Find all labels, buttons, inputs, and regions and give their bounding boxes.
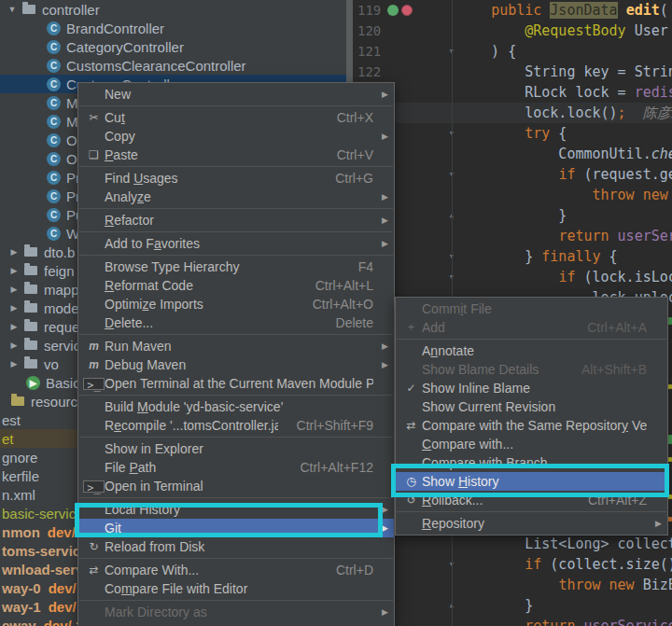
chevron-down-icon[interactable]: ▼ [6,5,19,14]
menu-item-show-in-explorer[interactable]: Show in Explorer [78,439,394,458]
terminal-icon: >_ [83,480,105,493]
code-line[interactable]: throw new BizExce [353,575,672,595]
menu-item-show-blame-details[interactable]: Show Blame DetailsAlt+Shift+B [396,360,667,379]
tree-row[interactable]: CCustomsClearanceController [0,56,393,75]
folder-icon [24,359,37,369]
menu-item-delete[interactable]: Delete...Delete [78,313,394,332]
submenu-arrow-icon: ▶ [378,607,388,617]
scrollbar-error-stripe[interactable] [668,435,672,444]
menu-item-file-path[interactable]: File PathCtrl+Alt+F12 [78,458,394,477]
code-line[interactable]: 121▾ ) { [353,41,672,62]
menu-item-compare-with[interactable]: ⇄Compare With...Ctrl+D [78,561,394,579]
menu-item-debug-maven[interactable]: mDebug Maven▶ [78,355,394,374]
chevron-right-icon[interactable]: ▶ [7,359,21,369]
menu-item-copy[interactable]: Copy▶ [78,127,394,146]
code-line[interactable]: CommonUtil.checkP [353,144,672,164]
code-text: } [457,595,533,616]
chevron-right-icon[interactable]: ▶ [7,341,21,350]
submenu-arrow-icon: ▶ [378,192,388,202]
code-line[interactable]: throw new Biz [353,185,672,205]
code-line[interactable]: ▴ } [353,595,672,616]
code-text: public JsonData edit( [457,0,668,21]
chevron-right-icon[interactable]: ▶ [7,322,21,331]
code-text: throw new Biz [457,185,672,205]
menu-item-build-module-yd-basic-service[interactable]: Build Module 'yd-basic-service' [78,397,394,416]
menu-item-mark-directory-as[interactable]: Mark Directory as▶ [78,603,394,621]
menu-item-show-current-revision[interactable]: Show Current Revision [396,397,667,416]
tree-item-label: gnore [2,450,37,466]
folder-icon [24,303,37,313]
tree-item-label: feign [44,263,75,279]
menu-item-add-to-favorites[interactable]: Add to Favorites▶ [78,234,394,253]
menu-item-annotate[interactable]: Annotate [396,341,667,360]
menu-item-analyze[interactable]: Analyze▶ [78,188,394,206]
menu-item-label: Cut [105,110,318,125]
menu-item-open-in-terminal[interactable]: >_Open in Terminal [78,477,394,495]
menu-separator [79,105,393,106]
menu-item-label: Annotate [422,343,647,358]
code-line[interactable]: 119 public JsonData edit( [353,0,672,21]
code-line[interactable]: ▾ if (collect.size() > [353,554,672,575]
menu-item-reformat-code[interactable]: Reformat CodeCtrl+Alt+L [78,276,394,295]
scrollbar-error-stripe[interactable] [668,317,672,325]
code-line[interactable]: ▾ if (lock.isLocked [353,267,672,287]
menu-item-show-inline-blame[interactable]: ✓Show Inline Blame [396,379,667,397]
menu-item-recompile-tomscontroller-java[interactable]: Recompile '...tomsController.java'Ctrl+S… [78,416,394,435]
scrollbar-error-stripe[interactable] [668,384,672,389]
chevron-right-icon[interactable]: ▶ [7,303,21,313]
git-submenu: Commit File+AddCtrl+Alt+AAnnotateShow Bl… [395,297,668,536]
code-line[interactable]: ▴ } [353,205,672,226]
scrollbar-error-stripe[interactable] [668,457,672,462]
menu-item-compare-file-with-editor[interactable]: Compare File with Editor [78,579,394,598]
code-line[interactable]: ▾ } finally { [353,246,672,267]
code-text: return userServic [457,226,672,246]
chevron-right-icon[interactable]: ▶ [7,266,21,275]
menu-item-add[interactable]: +AddCtrl+Alt+A [396,318,667,337]
runnable-class-icon: ▶ [26,376,40,390]
class-icon: C [47,21,61,35]
tree-item-label: dto.b [44,244,75,260]
code-line[interactable]: return userService.di [353,616,672,626]
menu-item-run-maven[interactable]: mRun Maven▶ [78,337,394,355]
tree-row[interactable]: ▼controller [0,0,352,19]
scrollbar-error-stripe[interactable] [668,517,672,522]
menu-separator [397,511,666,512]
code-line[interactable]: ▾ if (request.getUs [353,164,672,185]
menu-item-repository[interactable]: Repository▶ [396,514,667,533]
menu-item-reload-from-disk[interactable]: ↻Reload from Disk [78,537,394,556]
menu-item-refactor[interactable]: Refactor▶ [78,211,394,230]
menu-item-commit-file[interactable]: Commit File [396,299,667,318]
menu-item-compare-with[interactable]: Compare with... [396,435,667,453]
code-line[interactable]: RLock lock = redisson [353,82,672,103]
tree-row[interactable]: CBrandController [0,19,393,37]
code-line[interactable]: return userServic [353,226,672,246]
menu-item-label: Show in Explorer [105,441,373,456]
code-line[interactable]: 120 @RequestBody User [353,21,672,41]
folder-icon [24,285,37,294]
menu-item-compare-with-the-same-repository-version[interactable]: ⇄Compare with the Same Repository Versio… [396,416,667,435]
menu-item-open-terminal-at-the-current-maven-module-path[interactable]: >_Open Terminal at the Current Maven Mod… [78,374,394,393]
code-line[interactable]: lock.lock(); 陈彦斌, [353,103,672,123]
line-number: 121 [353,41,385,62]
menu-item-browse-type-hierarchy[interactable]: Browse Type HierarchyF4 [78,257,394,276]
tree-row[interactable]: CCategoryController [0,37,393,56]
chevron-right-icon[interactable]: ▶ [7,285,21,294]
menu-item-new[interactable]: New▶ [78,85,394,104]
compare-icon: ⇄ [83,563,105,577]
code-text: ) { [457,41,516,62]
menu-item-optimize-imports[interactable]: Optimize ImportsCtrl+Alt+O [78,295,394,313]
code-line[interactable]: 122 String key = String.f [353,62,672,82]
override-marker-icon[interactable] [401,5,413,16]
code-line[interactable]: List<Long> collect = [353,534,672,554]
tree-item-label: CategoryController [66,39,184,55]
tree-item-label: reque [44,319,79,335]
class-icon: C [47,133,61,147]
chevron-right-icon[interactable]: ▶ [7,247,21,257]
line-number: 122 [353,62,385,82]
menu-item-paste[interactable]: ❏PasteCtrl+V [78,146,394,164]
spring-mapping-icon[interactable] [387,5,399,16]
code-line[interactable]: ▾ try { [353,123,672,144]
maven-run-icon: m [83,340,105,353]
menu-item-cut[interactable]: ✂CutCtrl+X [78,108,394,127]
menu-item-find-usages[interactable]: Find UsagesCtrl+G [78,169,394,188]
